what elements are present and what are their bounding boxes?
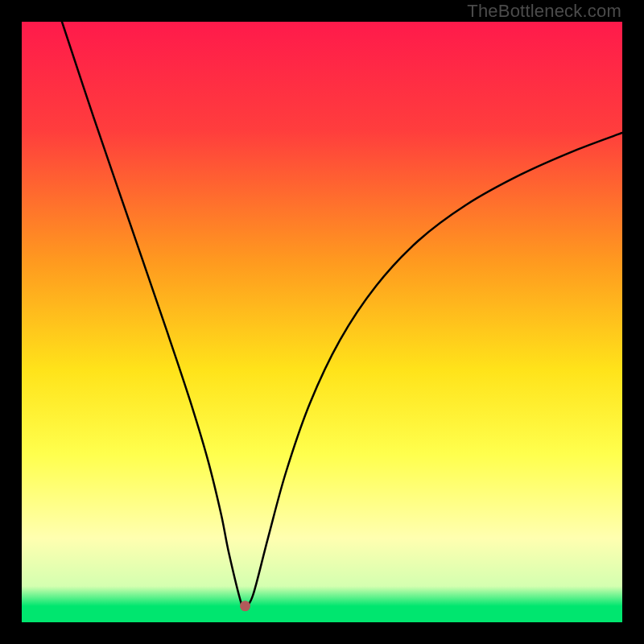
chart-frame: TheBottleneck.com [0,0,644,644]
plot-svg [22,22,622,622]
watermark-text: TheBottleneck.com [467,0,621,23]
optimum-marker [240,601,250,611]
plot-area [22,22,622,622]
gradient-background [22,22,622,622]
